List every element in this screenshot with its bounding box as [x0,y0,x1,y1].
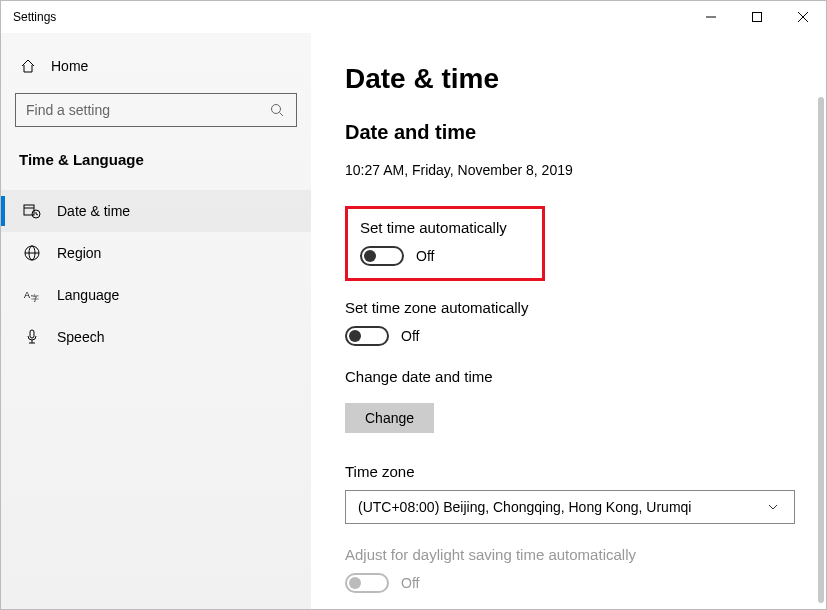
sidebar-item-label: Speech [57,329,104,345]
svg-text:字: 字 [31,294,39,303]
highlight-set-time-auto: Set time automatically Off [345,206,545,281]
svg-line-5 [280,113,284,117]
timezone-value: (UTC+08:00) Beijing, Chongqing, Hong Kon… [358,499,691,515]
change-date-time-label: Change date and time [345,368,796,385]
dst-toggle [345,573,389,593]
set-tz-auto-toggle[interactable] [345,326,389,346]
set-time-auto-toggle[interactable] [360,246,404,266]
sidebar-item-language[interactable]: A字 Language [1,274,311,316]
sidebar-item-label: Region [57,245,101,261]
dst-label: Adjust for daylight saving time automati… [345,546,796,563]
set-tz-auto-label: Set time zone automatically [345,299,796,316]
sidebar-section-title: Time & Language [15,151,297,168]
svg-text:A: A [24,290,30,300]
home-nav[interactable]: Home [15,51,297,93]
page-title: Date & time [345,63,796,95]
home-label: Home [51,58,88,74]
timezone-label: Time zone [345,463,796,480]
window-title: Settings [13,10,56,24]
search-icon [268,101,286,119]
set-time-auto-label: Set time automatically [360,219,530,236]
search-input[interactable]: Find a setting [15,93,297,127]
vertical-scrollbar[interactable] [818,97,824,603]
sidebar-item-label: Date & time [57,203,130,219]
home-icon [19,57,37,75]
svg-rect-1 [753,13,762,22]
minimize-button[interactable] [688,1,734,33]
globe-icon [23,244,41,262]
set-time-auto-state: Off [416,248,434,264]
svg-line-10 [36,214,38,215]
sidebar-item-region[interactable]: Region [1,232,311,274]
language-icon: A字 [23,286,41,304]
sidebar-item-date-time[interactable]: Date & time [1,190,311,232]
svg-point-4 [272,105,281,114]
set-tz-auto-state: Off [401,328,419,344]
sidebar-item-label: Language [57,287,119,303]
svg-rect-16 [30,330,34,338]
sidebar-item-speech[interactable]: Speech [1,316,311,358]
change-button[interactable]: Change [345,403,434,433]
current-datetime: 10:27 AM, Friday, November 8, 2019 [345,162,796,178]
dst-state: Off [401,575,419,591]
chevron-down-icon [764,498,782,516]
microphone-icon [23,328,41,346]
close-button[interactable] [780,1,826,33]
sub-title: Date and time [345,121,796,144]
maximize-button[interactable] [734,1,780,33]
search-placeholder: Find a setting [26,102,268,118]
timezone-select[interactable]: (UTC+08:00) Beijing, Chongqing, Hong Kon… [345,490,795,524]
clock-calendar-icon [23,202,41,220]
